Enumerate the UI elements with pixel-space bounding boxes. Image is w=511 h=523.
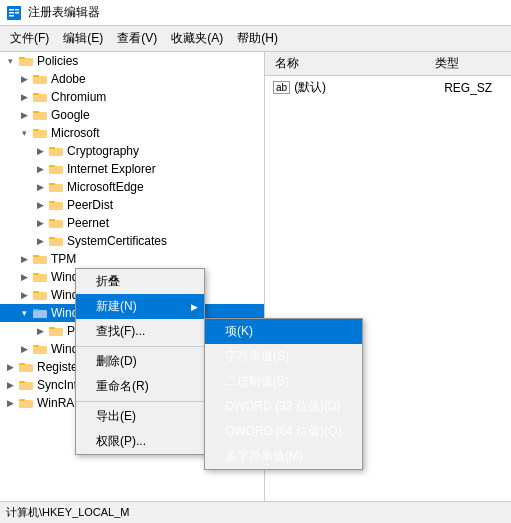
ctx-rename[interactable]: 重命名(R) <box>76 374 204 399</box>
tree-label-chromium: Chromium <box>51 90 106 104</box>
svg-rect-21 <box>49 183 55 185</box>
folder-icon-windows-adv <box>32 288 48 302</box>
svg-rect-12 <box>33 112 47 120</box>
expand-syncintegratic[interactable]: ▶ <box>2 377 18 393</box>
submenu-multi-string[interactable]: 多字符串值(M) <box>205 444 362 469</box>
submenu-qword[interactable]: QWORD (64 位值)(Q) <box>205 419 362 444</box>
expand-adobe[interactable]: ▶ <box>16 71 32 87</box>
folder-icon-cryptography <box>48 144 64 158</box>
expand-chromium[interactable]: ▶ <box>16 89 32 105</box>
expand-edge[interactable]: ▶ <box>32 179 48 195</box>
ctx-export[interactable]: 导出(E) <box>76 404 204 429</box>
svg-rect-15 <box>33 129 39 131</box>
expand-registeredap[interactable]: ▶ <box>2 359 18 375</box>
tree-item-chromium[interactable]: ▶ Chromium <box>0 88 264 106</box>
expand-google[interactable]: ▶ <box>16 107 32 123</box>
submenu-key[interactable]: 项(K) <box>205 319 362 344</box>
title-bar: 注册表编辑器 <box>0 0 511 26</box>
tree-label-cryptography: Cryptography <box>67 144 139 158</box>
tree-item-google[interactable]: ▶ Google <box>0 106 264 124</box>
tree-label-policies: Policies <box>37 54 78 68</box>
folder-icon-adobe <box>32 72 48 86</box>
ctx-collapse[interactable]: 折叠 <box>76 269 204 294</box>
tree-item-cryptography[interactable]: ▶ Cryptography <box>0 142 264 160</box>
expand-cryptography[interactable]: ▶ <box>32 143 48 159</box>
reg-name-default: (默认) <box>294 79 444 96</box>
svg-rect-8 <box>33 76 47 84</box>
svg-rect-22 <box>49 202 63 210</box>
svg-rect-37 <box>49 327 55 329</box>
tree-item-systemcertificates[interactable]: ▶ SystemCertificates <box>0 232 264 250</box>
svg-rect-16 <box>49 148 63 156</box>
submenu-binary[interactable]: 二进制值(B) <box>205 369 362 394</box>
folder-icon-google <box>32 108 48 122</box>
tree-label-syscert: SystemCertificates <box>67 234 167 248</box>
folder-icon-chromium <box>32 90 48 104</box>
context-menu: 折叠 新建(N) 项(K) 字符串值(S) 二进制值(B) DWORD (32 … <box>75 268 205 455</box>
expand-microsoft[interactable]: ▾ <box>16 125 32 141</box>
menu-help[interactable]: 帮助(H) <box>231 28 284 49</box>
svg-rect-43 <box>19 381 25 383</box>
svg-rect-28 <box>33 256 47 264</box>
svg-rect-5 <box>15 12 19 14</box>
svg-rect-39 <box>33 345 39 347</box>
tree-item-internet-explorer[interactable]: ▶ Internet Explorer <box>0 160 264 178</box>
menu-edit[interactable]: 编辑(E) <box>57 28 109 49</box>
folder-icon-syncintegratic <box>18 378 34 392</box>
expand-polic[interactable]: ▶ <box>32 323 48 339</box>
reg-entry-default[interactable]: ab (默认) REG_SZ <box>269 78 507 97</box>
expand-windows[interactable]: ▶ <box>16 269 32 285</box>
tree-label-peerdist: PeerDist <box>67 198 113 212</box>
tree-item-adobe[interactable]: ▶ Adobe <box>0 70 264 88</box>
tree-item-peerdist[interactable]: ▶ PeerDist <box>0 196 264 214</box>
ctx-divider-2 <box>76 401 204 402</box>
tree-label-edge: MicrosoftEdge <box>67 180 144 194</box>
expand-peerdist[interactable]: ▶ <box>32 197 48 213</box>
svg-rect-20 <box>49 184 63 192</box>
svg-rect-38 <box>33 346 47 354</box>
svg-rect-1 <box>9 9 14 11</box>
svg-rect-4 <box>15 9 19 11</box>
tree-item-microsoft[interactable]: ▾ Microsoft <box>0 124 264 142</box>
title-bar-text: 注册表编辑器 <box>28 4 100 21</box>
expand-policies[interactable]: ▾ <box>2 53 18 69</box>
menu-file[interactable]: 文件(F) <box>4 28 55 49</box>
svg-rect-27 <box>49 237 55 239</box>
ctx-permissions[interactable]: 权限(P)... <box>76 429 204 454</box>
expand-peernet[interactable]: ▶ <box>32 215 48 231</box>
menu-favorites[interactable]: 收藏夹(A) <box>165 28 229 49</box>
folder-icon-winrar <box>18 396 34 410</box>
expand-winrar[interactable]: ▶ <box>2 395 18 411</box>
submenu-string[interactable]: 字符串值(S) <box>205 344 362 369</box>
expand-tpm[interactable]: ▶ <box>16 251 32 267</box>
menu-view[interactable]: 查看(V) <box>111 28 163 49</box>
tree-item-tpm[interactable]: ▶ TPM <box>0 250 264 268</box>
ctx-delete[interactable]: 删除(D) <box>76 349 204 374</box>
svg-rect-45 <box>19 399 25 401</box>
folder-icon-policies <box>18 54 34 68</box>
expand-ie[interactable]: ▶ <box>32 161 48 177</box>
tree-label-adobe: Adobe <box>51 72 86 86</box>
tree-label-google: Google <box>51 108 90 122</box>
svg-rect-34 <box>33 310 47 318</box>
svg-rect-19 <box>49 165 55 167</box>
tree-item-peernet[interactable]: ▶ Peernet <box>0 214 264 232</box>
expand-windows-adv[interactable]: ▶ <box>16 287 32 303</box>
submenu-dword[interactable]: DWORD (32 位值)(D) <box>205 394 362 419</box>
folder-icon-polic <box>48 324 64 338</box>
svg-rect-42 <box>19 382 33 390</box>
svg-rect-10 <box>33 94 47 102</box>
status-text: 计算机\HKEY_LOCAL_M <box>6 505 129 520</box>
col-type: 类型 <box>429 54 507 73</box>
folder-icon-windows-defender <box>32 306 48 320</box>
svg-rect-6 <box>19 58 33 66</box>
tree-item-policies[interactable]: ▾ Policies <box>0 52 264 70</box>
expand-windows-defender[interactable]: ▾ <box>16 305 32 321</box>
svg-rect-3 <box>9 15 14 17</box>
folder-icon-ie <box>48 162 64 176</box>
expand-windowo[interactable]: ▶ <box>16 341 32 357</box>
expand-syscert[interactable]: ▶ <box>32 233 48 249</box>
tree-item-microsoftedge[interactable]: ▶ MicrosoftEdge <box>0 178 264 196</box>
ctx-new[interactable]: 新建(N) 项(K) 字符串值(S) 二进制值(B) DWORD (32 位值)… <box>76 294 204 319</box>
ctx-find[interactable]: 查找(F)... <box>76 319 204 344</box>
